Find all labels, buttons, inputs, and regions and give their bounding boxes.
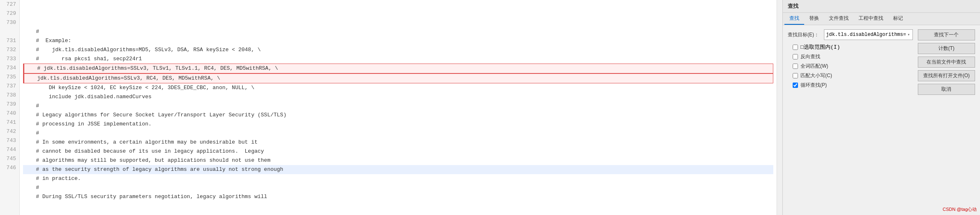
editor-area: 7277297307317327337347357377387397407417… [0,0,782,215]
selection-checkbox[interactable] [793,45,798,50]
search-options: □选取范围内(I) 反向查找全词匹配(W)匹配大小写(C)循环查找(P) [788,43,913,89]
csdn-logo: CSDN @tag心动 [943,206,977,213]
find-row: 查找目标(E)： ▾ [788,29,913,40]
search-right-buttons: 查找下一个 计数(T) 在当前文件中查找 查找所有打开文件(O) 取消 [918,29,980,95]
code-line: jdk.tls.disabledAlgorithms=SSLv3, RC4, D… [23,73,773,83]
code-content[interactable]: # # Example: # jdk.tls.disabledAlgorithm… [20,0,777,215]
code-line: # [23,102,773,111]
code-line: # in practice. [23,174,773,183]
range-row: □选取范围内(I) [793,43,908,51]
opt-whole-word-label: 全词匹配(W) [800,63,828,70]
selection-label: □选取范围内(I) [800,43,840,51]
find-input-wrap[interactable]: ▾ [824,29,913,40]
code-line: # jdk.tls.disabledAlgorithms=SSLv3, TLSv… [23,64,773,73]
opt-wrap-label: 循环查找(P) [800,82,827,89]
code-line: # Legacy algorithms for Secure Socket La… [23,111,773,120]
opt-case-checkbox[interactable] [793,73,798,78]
code-line: # as the security strength of legacy alg… [23,165,773,174]
opt-reverse-checkbox[interactable] [793,54,798,59]
count-button[interactable]: 计数(T) [918,43,975,54]
opt-case-label: 匹配大小写(C) [800,72,832,79]
cancel-button[interactable]: 取消 [918,84,975,95]
find-label: 查找目标(E)： [788,31,821,38]
search-tab-查找[interactable]: 查找 [784,13,804,25]
code-line: DH keySize < 1024, EC keySize < 224, 3DE… [23,83,773,92]
find-next-button[interactable]: 查找下一个 [918,29,975,40]
search-tab-标记[interactable]: 标记 [888,13,908,25]
code-line: # processing in JSSE implementation. [23,120,773,129]
find-input[interactable] [826,32,907,38]
find-all-open-button[interactable]: 查找所有打开文件(O) [918,70,975,81]
code-line: # algorithms may still be supported, but… [23,156,773,165]
opt-whole-word-checkbox[interactable] [793,64,798,69]
search-panel: 查找 查找替换文件查找工程中查找标记 查找目标(E)： ▾ □选取范围内 [782,0,980,215]
code-line: # cannot be disabled because of its use … [23,147,773,156]
search-tab-文件查找[interactable]: 文件查找 [824,13,854,25]
opt-reverse-label: 反向查找 [800,53,820,60]
code-line: # jdk.tls.disabledAlgorithms=MD5, SSLv3,… [23,45,773,54]
code-line: # [23,27,773,36]
search-tab-工程中查找[interactable]: 工程中查找 [854,13,888,25]
checkbox-row-opt-case: 匹配大小写(C) [793,72,908,79]
code-line: # [23,183,773,192]
code-line: include jdk.disabled.namedCurves [23,92,773,102]
code-line: # Example: [23,36,773,45]
scrollbar[interactable] [777,0,782,215]
line-numbers: 7277297307317327337347357377387397407417… [0,0,20,215]
find-in-current-button[interactable]: 在当前文件中查找 [918,57,975,68]
checkbox-row-opt-whole-word: 全词匹配(W) [793,63,908,70]
code-line: # In some environments, a certain algori… [23,138,773,147]
search-panel-title: 查找 [783,0,980,13]
code-line: # [23,129,773,138]
checkbox-row-opt-wrap: 循环查找(P) [793,82,908,89]
search-tabs: 查找替换文件查找工程中查找标记 [783,13,980,25]
code-line: # During SSL/TLS security parameters neg… [23,192,773,201]
code-line: # rsa pkcs1 sha1, secp224r1 [23,54,773,64]
opt-wrap-checkbox[interactable] [793,83,798,88]
find-dropdown-arrow[interactable]: ▾ [907,32,911,37]
search-tab-替换[interactable]: 替换 [804,13,824,25]
checkbox-row-opt-reverse: 反向查找 [793,53,908,60]
